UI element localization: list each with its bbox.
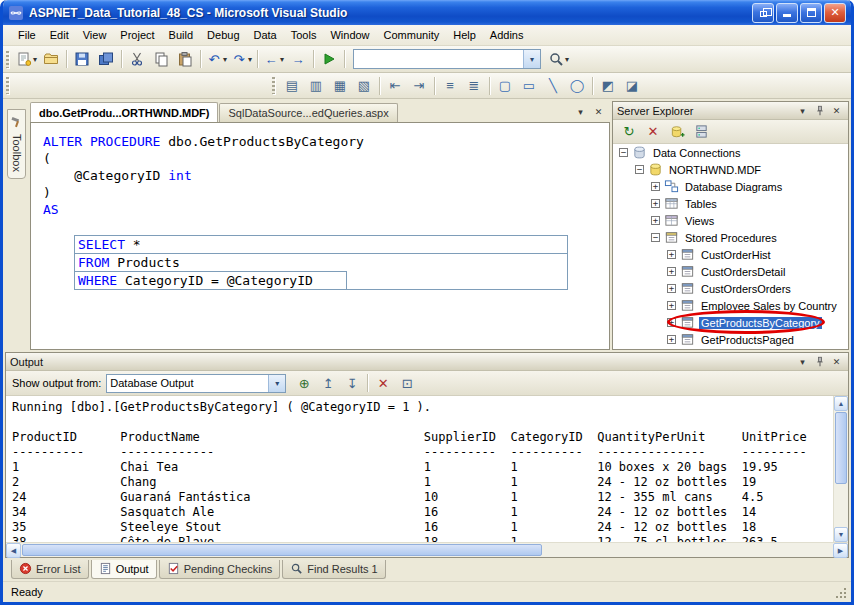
expand-icon[interactable]: + [651, 182, 660, 191]
window-position-chevron-icon[interactable]: ▾ [795, 103, 810, 118]
close-panel-icon[interactable]: ✕ [829, 354, 844, 369]
tree-row[interactable]: +Tables [613, 195, 848, 212]
tree-row[interactable]: −NORTHWND.MDF [613, 161, 848, 178]
tree-row[interactable]: +CustOrdersOrders [613, 280, 848, 297]
expand-icon[interactable]: + [667, 284, 676, 293]
clear-all-button[interactable]: ✕ [372, 372, 394, 394]
close-panel-icon[interactable]: ✕ [829, 103, 844, 118]
expand-icon[interactable]: + [651, 199, 660, 208]
maximize-button[interactable] [800, 3, 822, 23]
expand-icon[interactable]: + [667, 267, 676, 276]
chevron-down-icon[interactable]: ▾ [268, 375, 285, 392]
rectangle-button[interactable]: ▭ [518, 75, 540, 97]
toolbar-grip[interactable] [272, 77, 275, 94]
menu-item-project[interactable]: Project [113, 26, 161, 45]
document-list-chevron-icon[interactable]: ▾ [573, 104, 588, 119]
scrollbar-thumb[interactable] [22, 544, 542, 556]
tree-row[interactable]: +GetProductsPagedAndSorted [613, 348, 848, 349]
close-button[interactable]: ✕ [824, 3, 846, 23]
scroll-right-icon[interactable]: ▶ [833, 543, 848, 558]
document-tab[interactable]: dbo.GetProdu...ORTHWND.MDF) [30, 102, 218, 122]
expand-icon[interactable]: + [667, 250, 676, 259]
show-results-pane-button[interactable]: ▧ [353, 75, 375, 97]
toolbar-grip[interactable] [6, 51, 9, 68]
show-criteria-pane-button[interactable]: ▥ [305, 75, 327, 97]
expand-icon[interactable]: + [651, 216, 660, 225]
panel-tab-error-list[interactable]: Error List [11, 560, 89, 579]
menu-item-tools[interactable]: Tools [284, 26, 324, 45]
tree-row[interactable]: +CustOrderHist [613, 246, 848, 263]
document-tab[interactable]: SqlDataSource...edQueries.aspx [219, 103, 397, 122]
output-vertical-scrollbar[interactable]: ▲ ▼ [833, 396, 848, 542]
refresh-button[interactable]: ↻ [618, 121, 640, 143]
tree-row[interactable]: +GetProductsByCategory [613, 314, 848, 331]
minimize-button[interactable] [776, 3, 798, 23]
rounded-rectangle-button[interactable]: ▢ [494, 75, 516, 97]
toolbar-combobox[interactable]: ▾ [353, 49, 541, 69]
scroll-down-icon[interactable]: ▼ [834, 527, 848, 542]
resize-grip[interactable] [834, 586, 847, 599]
scrollbar-track[interactable] [834, 485, 848, 527]
scrollbar-track[interactable] [21, 543, 833, 557]
menu-item-community[interactable]: Community [377, 26, 447, 45]
open-file-button[interactable] [40, 48, 62, 70]
menu-item-edit[interactable]: Edit [43, 26, 76, 45]
navigate-backward-button[interactable]: ←▾ [262, 48, 285, 70]
collapse-icon[interactable]: − [619, 148, 628, 157]
pin-icon[interactable] [812, 354, 827, 369]
expand-icon[interactable]: + [667, 318, 676, 327]
window-position-chevron-icon[interactable]: ▾ [795, 354, 810, 369]
scrollbar-thumb[interactable] [835, 412, 847, 484]
connect-database-button[interactable] [666, 121, 688, 143]
expand-icon[interactable]: + [667, 335, 676, 344]
cut-button[interactable] [126, 48, 148, 70]
increase-indent-button[interactable]: ⇥ [408, 75, 430, 97]
background-color-button[interactable]: ◪ [621, 75, 643, 97]
menu-item-debug[interactable]: Debug [200, 26, 246, 45]
scroll-up-icon[interactable]: ▲ [834, 396, 848, 411]
tree-row[interactable]: +GetProductsPaged [613, 331, 848, 348]
navigate-forward-button[interactable]: → [287, 48, 309, 70]
window-switch-button[interactable] [752, 3, 774, 23]
goto-message-button[interactable]: ⊕ [293, 372, 315, 394]
tree-row[interactable]: +Database Diagrams [613, 178, 848, 195]
uncomment-selection-button[interactable]: ≣ [463, 75, 485, 97]
output-horizontal-scrollbar[interactable]: ◀ ▶ [6, 542, 848, 557]
output-source-dropdown[interactable]: Database Output ▾ [106, 374, 286, 393]
tree-row[interactable]: +CustOrdersDetail [613, 263, 848, 280]
collapse-icon[interactable]: − [635, 165, 644, 174]
line-tool-button[interactable]: ╲ [542, 75, 564, 97]
new-file-button[interactable]: ▾ [15, 48, 38, 70]
sql-editor[interactable]: ALTER PROCEDURE dbo.GetProductsByCategor… [30, 122, 610, 350]
show-diagram-pane-button[interactable]: ▤ [281, 75, 303, 97]
previous-message-button[interactable]: ↥ [317, 372, 339, 394]
tree-row[interactable]: −Stored Procedures [613, 229, 848, 246]
tree-row[interactable]: +Views [613, 212, 848, 229]
scroll-left-icon[interactable]: ◀ [6, 543, 21, 558]
close-document-icon[interactable]: ✕ [591, 104, 606, 119]
paste-button[interactable] [174, 48, 196, 70]
ellipse-tool-button[interactable]: ◯ [566, 75, 588, 97]
tree-row[interactable]: −Data Connections [613, 144, 848, 161]
show-sql-pane-button[interactable]: ▦ [329, 75, 351, 97]
stop-refresh-button[interactable]: ✕ [642, 121, 664, 143]
tree-row[interactable]: +Employee Sales by Country [613, 297, 848, 314]
next-message-button[interactable]: ↧ [341, 372, 363, 394]
decrease-indent-button[interactable]: ⇤ [384, 75, 406, 97]
menu-item-data[interactable]: Data [247, 26, 284, 45]
pin-icon[interactable] [812, 103, 827, 118]
foreground-color-button[interactable]: ◩ [597, 75, 619, 97]
collapse-icon[interactable]: − [651, 233, 660, 242]
word-wrap-button[interactable]: ⊡ [396, 372, 418, 394]
panel-tab-find-results-1[interactable]: Find Results 1 [282, 560, 385, 579]
redo-button[interactable]: ↷▾ [230, 48, 253, 70]
menu-item-build[interactable]: Build [162, 26, 200, 45]
comment-selection-button[interactable]: ≡ [439, 75, 461, 97]
connect-server-button[interactable] [690, 121, 712, 143]
toolbar-grip[interactable] [6, 77, 9, 94]
save-button[interactable] [71, 48, 93, 70]
panel-tab-pending-checkins[interactable]: Pending Checkins [159, 560, 281, 579]
copy-button[interactable] [150, 48, 172, 70]
undo-button[interactable]: ↶▾ [205, 48, 228, 70]
menu-item-window[interactable]: Window [323, 26, 376, 45]
